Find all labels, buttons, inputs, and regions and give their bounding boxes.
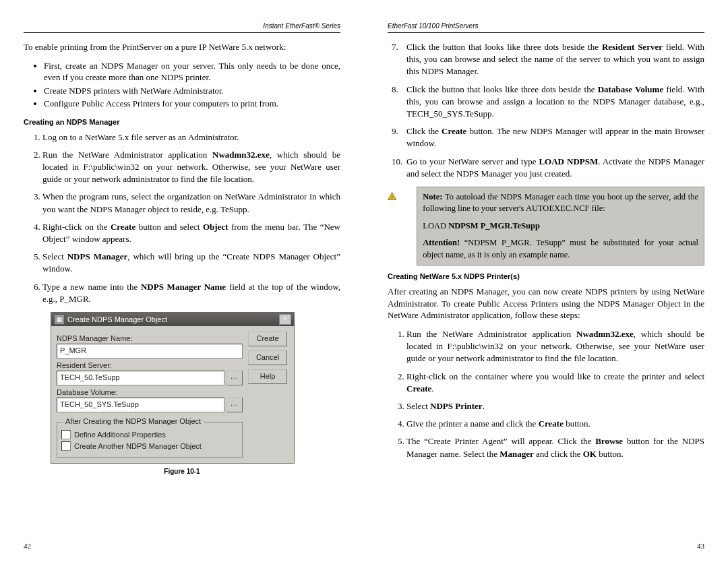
- input-database-volume[interactable]: TECH_50_SYS.TeSupp: [57, 398, 224, 412]
- bullet-item: Configure Public Access Printers for you…: [44, 98, 340, 110]
- note-label: Note:: [423, 192, 442, 201]
- section-heading-creating-manager: Creating an NDPS Manager: [24, 118, 340, 126]
- input-ndps-manager-name[interactable]: P_MGR: [57, 344, 243, 358]
- note-box: Note: To autoload the NDPS Manager each …: [417, 187, 704, 266]
- step-item: Right-click on the Create button and sel…: [42, 221, 340, 245]
- page-header-right: EtherFast 10/100 PrintServers: [388, 20, 704, 33]
- checkbox-label: Define Additional Properties: [74, 431, 166, 439]
- load-command-line: LOAD NDPSM P_MGR.TeSupp: [423, 220, 698, 232]
- note-text: To autoload the NDPS Manager each time y…: [423, 192, 698, 214]
- attention-text: “NDPSM P_MGR. TeSupp” must be substitute…: [423, 238, 698, 259]
- dialog-body: NDPS Manager Name: P_MGR Resident Server…: [51, 326, 294, 463]
- step-item: Go to your NetWare server and type LOAD …: [406, 156, 704, 180]
- manual-spread: Instant EtherFast® Series To enable prin…: [0, 0, 728, 562]
- page-number-right: 43: [697, 542, 704, 550]
- load-command-bold: NDPSM P_MGR.TeSupp: [448, 221, 540, 230]
- step-item: Click the button that looks like three d…: [406, 41, 704, 78]
- label-database-volume: Database Volume:: [57, 388, 243, 396]
- dialog-buttons: Create Cancel Help: [248, 332, 289, 458]
- step-item: Click the button that looks like three d…: [406, 84, 704, 121]
- step-item: Log on to a NetWare 5.x file server as a…: [42, 131, 340, 144]
- section-heading-creating-printers: Creating NetWare 5.x NDPS Printer(s): [388, 272, 704, 280]
- step-item: Click the Create button. The new NDPS Ma…: [406, 125, 704, 150]
- label-ndps-manager-name: NDPS Manager Name:: [57, 334, 243, 342]
- step-item: Select NDPS Manager, which will bring up…: [42, 251, 340, 275]
- bullet-item: Create NDPS printers with NetWare Admini…: [44, 85, 340, 97]
- note-block: ! Note: To autoload the NDPS Manager eac…: [388, 187, 704, 266]
- after-manager-paragraph: After creating an NDPS Manager, you can …: [388, 286, 704, 321]
- checkbox-label: Create Another NDPS Manager Object: [74, 442, 202, 450]
- step-item: The “Create Printer Agent” will appear. …: [406, 435, 704, 460]
- browse-database-volume-button[interactable]: ...: [226, 398, 243, 412]
- page-number-left: 42: [24, 542, 31, 550]
- step-item: When the program runs, select the organi…: [42, 191, 340, 215]
- svg-text:!: !: [392, 194, 393, 200]
- step-item: Give the printer a name and click the Cr…: [406, 418, 704, 430]
- group-title: After Creating the NDPS Manager Object: [63, 417, 204, 425]
- browse-resident-server-button[interactable]: ...: [226, 371, 243, 385]
- checkbox-icon[interactable]: [61, 430, 71, 439]
- checkbox-row-create-another[interactable]: Create Another NDPS Manager Object: [61, 441, 238, 451]
- warning-icon: !: [388, 189, 396, 203]
- header-text-left: Instant EtherFast® Series: [263, 22, 340, 30]
- intro-paragraph: To enable printing from the PrintServer …: [24, 41, 340, 53]
- figure-caption: Figure 10-1: [24, 468, 340, 475]
- dialog-fields: NDPS Manager Name: P_MGR Resident Server…: [57, 332, 243, 458]
- help-button[interactable]: Help: [248, 369, 287, 384]
- cancel-button[interactable]: Cancel: [248, 350, 287, 365]
- dialog-create-ndps-manager: ▦ Create NDPS Manager Object × NDPS Mana…: [51, 312, 295, 464]
- group-after-creating: After Creating the NDPS Manager Object D…: [57, 422, 243, 458]
- dialog-titlebar: ▦ Create NDPS Manager Object ×: [51, 313, 294, 326]
- dialog-title-icon: ▦: [54, 314, 65, 325]
- step-item: Run the NetWare Administrator applicatio…: [42, 149, 340, 186]
- header-text-right: EtherFast 10/100 PrintServers: [388, 22, 479, 30]
- bullet-item: First, create an NDPS Manager on your se…: [44, 60, 340, 84]
- steps-list-2: Click the button that looks like three d…: [388, 41, 704, 180]
- checkbox-icon[interactable]: [61, 441, 71, 451]
- page-header-left: Instant EtherFast® Series: [24, 20, 340, 33]
- step-item: Select NDPS Printer.: [406, 400, 704, 412]
- steps-list-1: Log on to a NetWare 5.x file server as a…: [24, 131, 340, 305]
- page-left: Instant EtherFast® Series To enable prin…: [0, 0, 364, 562]
- printer-steps-list: Run the NetWare Administrator applicatio…: [388, 328, 704, 460]
- label-resident-server: Resident Server:: [57, 361, 243, 369]
- step-item: Run the NetWare Administrator applicatio…: [406, 328, 704, 365]
- step-item: Type a new name into the NDPS Manager Na…: [42, 281, 340, 305]
- create-button[interactable]: Create: [248, 332, 287, 346]
- checkbox-row-define-additional[interactable]: Define Additional Properties: [61, 430, 238, 439]
- page-right: EtherFast 10/100 PrintServers Click the …: [364, 0, 728, 562]
- bullet-list: First, create an NDPS Manager on your se…: [24, 60, 340, 110]
- close-icon[interactable]: ×: [279, 314, 291, 325]
- dialog-title: Create NDPS Manager Object: [67, 315, 167, 323]
- step-item: Right-click on the container where you w…: [406, 371, 704, 395]
- input-resident-server[interactable]: TECH_50.TeSupp: [57, 371, 224, 385]
- attention-label: Attention!: [423, 238, 460, 247]
